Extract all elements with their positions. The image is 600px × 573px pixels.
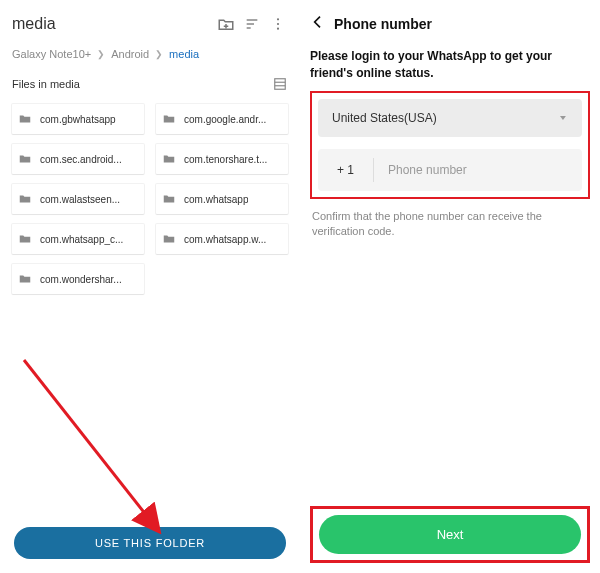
sort-icon[interactable] (242, 14, 262, 34)
folder-item[interactable]: com.google.andr... (156, 104, 288, 134)
folder-icon (18, 192, 32, 206)
new-folder-icon[interactable] (216, 14, 236, 34)
list-view-icon[interactable] (272, 76, 288, 92)
back-icon[interactable] (310, 14, 326, 34)
phone-login-panel: Phone number Please login to your WhatsA… (300, 0, 600, 573)
annotation-highlight: United States(USA) ▼ + 1 Phone number (310, 91, 590, 199)
country-value: United States(USA) (332, 111, 437, 125)
folder-label: com.whatsapp (184, 194, 248, 205)
phone-header: Phone number (310, 10, 590, 38)
breadcrumb-item[interactable]: Android (111, 48, 149, 60)
folder-icon (18, 272, 32, 286)
file-browser-header: media (12, 10, 288, 38)
folder-icon (162, 232, 176, 246)
folder-item[interactable]: com.whatsapp.w... (156, 224, 288, 254)
folder-icon (162, 192, 176, 206)
breadcrumb-item[interactable]: Galaxy Note10+ (12, 48, 91, 60)
folder-grid: com.gbwhatsapp com.google.andr... com.se… (12, 104, 288, 294)
svg-point-7 (277, 28, 279, 30)
folder-label: com.walastseen... (40, 194, 120, 205)
folder-item[interactable]: com.wondershar... (12, 264, 144, 294)
folder-icon (18, 112, 32, 126)
folder-label: com.whatsapp.w... (184, 234, 266, 245)
folder-icon (162, 152, 176, 166)
folder-item[interactable]: com.walastseen... (12, 184, 144, 214)
more-icon[interactable] (268, 14, 288, 34)
folder-label: com.wondershar... (40, 274, 122, 285)
folder-label: com.google.andr... (184, 114, 266, 125)
folder-item[interactable]: com.sec.android... (12, 144, 144, 174)
files-header-row: Files in media (12, 76, 288, 92)
folder-item[interactable]: com.tenorshare.t... (156, 144, 288, 174)
next-button[interactable]: Next (319, 515, 581, 554)
folder-label: com.sec.android... (40, 154, 122, 165)
use-folder-button[interactable]: USE THIS FOLDER (14, 527, 286, 559)
folder-title: media (12, 15, 210, 33)
folder-label: com.tenorshare.t... (184, 154, 267, 165)
folder-item[interactable]: com.whatsapp (156, 184, 288, 214)
folder-icon (18, 152, 32, 166)
files-label: Files in media (12, 78, 272, 90)
folder-item[interactable]: com.gbwhatsapp (12, 104, 144, 134)
chevron-down-icon: ▼ (558, 114, 568, 122)
chevron-right-icon: ❯ (97, 49, 105, 59)
breadcrumb-current: media (169, 48, 199, 60)
svg-point-5 (277, 18, 279, 20)
annotation-highlight-next: Next (310, 506, 590, 563)
phone-input[interactable]: Phone number (374, 163, 467, 177)
svg-rect-8 (275, 79, 286, 90)
folder-icon (162, 112, 176, 126)
phone-input-row: + 1 Phone number (318, 149, 582, 191)
svg-point-6 (277, 23, 279, 25)
folder-item[interactable]: com.whatsapp_c... (12, 224, 144, 254)
breadcrumb: Galaxy Note10+ ❯ Android ❯ media (12, 48, 288, 60)
folder-label: com.gbwhatsapp (40, 114, 116, 125)
page-title: Phone number (334, 16, 432, 32)
folder-label: com.whatsapp_c... (40, 234, 123, 245)
confirm-text: Confirm that the phone number can receiv… (310, 209, 590, 240)
country-select[interactable]: United States(USA) ▼ (318, 99, 582, 137)
dial-code: + 1 (318, 158, 374, 182)
file-browser-panel: media Galaxy Note10+ ❯ Andro (0, 0, 300, 573)
chevron-right-icon: ❯ (155, 49, 163, 59)
login-message: Please login to your WhatsApp to get you… (310, 48, 590, 83)
folder-icon (18, 232, 32, 246)
